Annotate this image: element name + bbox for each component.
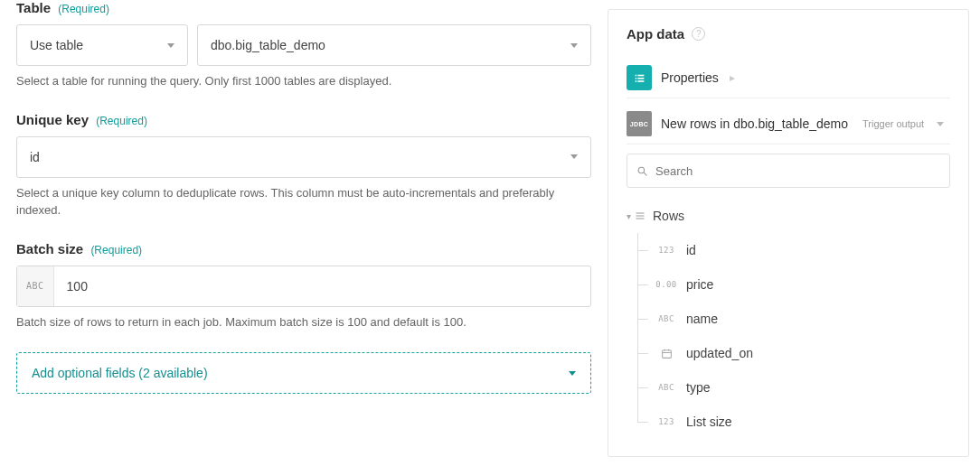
trigger-output-badge[interactable]: Trigger output [862, 118, 924, 129]
list-icon [635, 210, 645, 221]
calendar-type-icon [654, 348, 679, 359]
svg-rect-11 [662, 350, 671, 358]
search-input-wrap[interactable] [627, 154, 950, 188]
svg-rect-5 [637, 80, 644, 82]
required-badge: (Required) [90, 244, 142, 256]
table-help: Select a table for running the query. On… [16, 73, 591, 90]
number-type-icon: 123 [654, 417, 679, 426]
table-label: Table (Required) [16, 0, 591, 15]
tree-item[interactable]: 123 First row ID [627, 448, 950, 457]
chevron-down-icon [570, 43, 578, 48]
text-type-icon: ABC [17, 266, 54, 306]
batch-size-input[interactable]: ABC 100 [16, 266, 591, 307]
unique-key-label: Unique key (Required) [16, 112, 591, 127]
required-badge: (Required) [58, 3, 109, 15]
text-type-icon: ABC [654, 383, 679, 392]
add-optional-fields-button[interactable]: Add optional fields (2 available) [16, 352, 591, 394]
svg-line-7 [644, 172, 646, 175]
text-type-icon: ABC [654, 314, 679, 323]
table-mode-select[interactable]: Use table [16, 24, 188, 66]
app-data-title: App data [627, 26, 684, 42]
help-icon[interactable]: ? [692, 27, 705, 41]
search-input[interactable] [655, 164, 940, 178]
svg-rect-1 [637, 74, 644, 76]
tree-item[interactable]: 0.00 price [637, 267, 950, 302]
tree-item[interactable]: ABC name [637, 302, 950, 336]
chevron-down-icon [569, 371, 576, 376]
svg-rect-2 [635, 77, 636, 79]
svg-rect-3 [637, 77, 644, 79]
search-icon [636, 165, 648, 177]
table-value-select[interactable]: dbo.big_table_demo [197, 24, 591, 66]
chevron-down-icon [937, 122, 944, 126]
unique-key-help: Select a unique key column to deduplicat… [16, 185, 591, 219]
svg-rect-0 [635, 74, 636, 76]
chevron-right-icon: ▸ [730, 71, 735, 84]
tree-item[interactable]: 123 List size [637, 405, 950, 439]
tree-item[interactable]: updated_on [637, 336, 950, 370]
batch-size-label: Batch size (Required) [16, 241, 591, 256]
unique-key-select[interactable]: id [16, 136, 591, 178]
decimal-type-icon: 0.00 [654, 280, 679, 289]
svg-rect-4 [635, 80, 636, 82]
tree-root-rows[interactable]: ▾ Rows [627, 199, 950, 233]
chevron-down-icon [570, 154, 578, 159]
tree-item[interactable]: ABC type [637, 370, 950, 405]
batch-size-help: Batch size of rows to return in each job… [16, 314, 591, 331]
properties-row[interactable]: Properties ▸ [627, 58, 950, 98]
properties-icon [627, 65, 652, 90]
tree-item[interactable]: 123 id [637, 233, 950, 267]
chevron-down-icon [167, 43, 174, 48]
jdbc-icon: JDBC [627, 111, 652, 136]
number-type-icon: 123 [654, 246, 679, 255]
collapse-icon[interactable]: ▾ [627, 211, 631, 221]
svg-point-6 [638, 167, 645, 173]
required-badge: (Required) [96, 115, 147, 127]
trigger-row[interactable]: JDBC New rows in dbo.big_table_demo Trig… [627, 104, 950, 144]
